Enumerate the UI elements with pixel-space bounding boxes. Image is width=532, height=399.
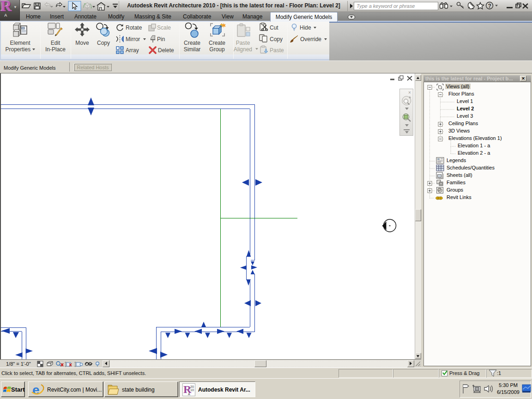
svg-text:e: e bbox=[32, 383, 40, 397]
svg-text:A: A bbox=[188, 393, 190, 396]
svg-text:20: 20 bbox=[190, 385, 194, 388]
svg-text:10: 10 bbox=[190, 388, 194, 392]
svg-text:?: ? bbox=[488, 3, 491, 9]
